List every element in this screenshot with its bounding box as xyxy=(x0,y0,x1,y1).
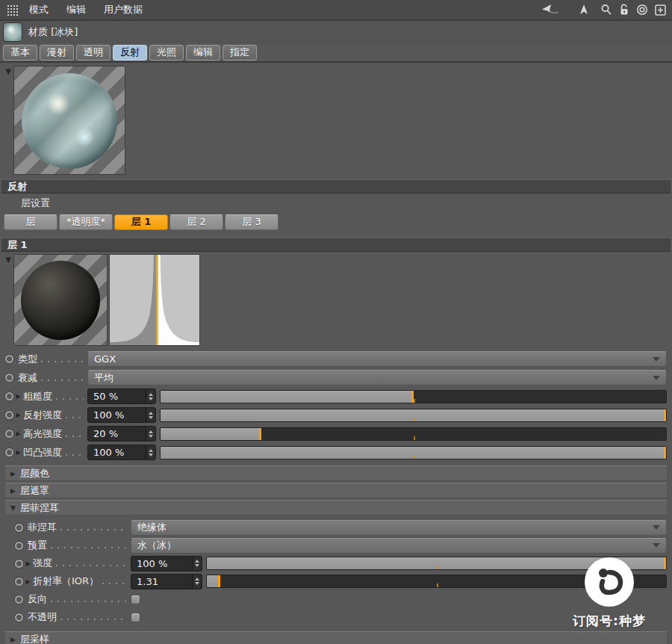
anim-dot-icon[interactable] xyxy=(5,448,13,456)
collapse-arrow-icon[interactable]: ▼ xyxy=(3,66,13,176)
dotted-leader xyxy=(66,417,84,418)
collapse-arrow-icon: ▼ xyxy=(10,504,16,512)
specular-strength-input[interactable]: 20 % xyxy=(87,426,156,442)
reflection-strength-input[interactable]: 100 % xyxy=(87,407,156,423)
button-transparency[interactable]: *透明度* xyxy=(59,214,113,230)
chevron-down-icon xyxy=(653,525,660,530)
expand-arrow-icon[interactable]: ▶ xyxy=(23,560,33,567)
stepper-icon[interactable] xyxy=(146,427,155,441)
param-row-reflection-strength: ▶ 反射强度 100 % xyxy=(3,406,667,424)
anim-dot-icon[interactable] xyxy=(15,578,23,586)
expand-arrow-icon: ▶ xyxy=(10,487,16,495)
param-label: 类型 xyxy=(18,353,37,366)
anim-dot-icon[interactable] xyxy=(15,542,23,550)
dotted-leader xyxy=(56,398,84,400)
anim-dot-icon[interactable] xyxy=(15,595,23,604)
anim-dot-icon[interactable] xyxy=(15,613,23,622)
roughness-slider[interactable] xyxy=(160,390,667,403)
anim-dot-icon[interactable] xyxy=(15,524,23,532)
param-row-roughness: ▶ 粗糙度 50 % xyxy=(3,387,667,406)
param-row-attenuation: 衰减 平均 xyxy=(3,368,667,387)
menu-mode[interactable]: 模式 xyxy=(29,3,49,16)
material-title-row: 材质 [冰块] xyxy=(0,21,672,43)
material-preview-image[interactable] xyxy=(13,66,125,175)
section-layer-color[interactable]: ▶ 层颜色 xyxy=(4,465,668,481)
reflection-strength-slider[interactable] xyxy=(160,409,667,422)
tab-reflectance[interactable]: 反射 xyxy=(113,45,147,61)
expand-arrow-icon[interactable]: ▶ xyxy=(13,393,23,400)
dotted-leader xyxy=(60,619,127,620)
stepper-icon[interactable] xyxy=(146,445,155,459)
lock-icon[interactable] xyxy=(619,4,629,16)
strength-input[interactable]: 100 % xyxy=(131,556,202,572)
bump-strength-input[interactable]: 100 % xyxy=(87,445,156,460)
button-layer-3[interactable]: 层 3 xyxy=(225,214,279,230)
stepper-icon[interactable] xyxy=(146,389,155,403)
stepper-icon[interactable] xyxy=(192,575,202,589)
collapse-arrow-icon[interactable]: ▼ xyxy=(3,254,13,348)
channel-tabs: 基本 漫射 透明 反射 光照 编辑 指定 xyxy=(0,43,672,63)
ior-input[interactable]: 1.31 xyxy=(131,574,202,589)
distribution-curve-preview[interactable] xyxy=(109,254,200,346)
stepper-icon[interactable] xyxy=(192,557,202,571)
param-row-fresnel: 菲涅耳 绝缘体 xyxy=(3,518,667,536)
tab-editor[interactable]: 编辑 xyxy=(186,45,220,61)
default-tick xyxy=(414,436,415,440)
material-thumbnail[interactable] xyxy=(3,22,22,42)
type-dropdown[interactable]: GGX xyxy=(87,351,667,367)
default-tick xyxy=(414,418,415,421)
stepper-icon[interactable] xyxy=(146,408,155,422)
default-tick xyxy=(414,399,415,403)
button-layers[interactable]: 层 xyxy=(4,214,57,230)
fresnel-dropdown[interactable]: 绝缘体 xyxy=(131,520,667,536)
button-layer-2[interactable]: 层 2 xyxy=(169,214,223,230)
section-layer-fresnel[interactable]: ▼ 层菲涅耳 xyxy=(4,500,668,515)
target-icon[interactable] xyxy=(636,4,648,16)
expand-arrow-icon[interactable]: ▶ xyxy=(13,430,23,437)
layer-preview-area: ▼ xyxy=(0,252,672,348)
rough-sphere xyxy=(21,261,100,340)
anim-dot-icon[interactable] xyxy=(5,392,13,400)
roughness-input[interactable]: 50 % xyxy=(87,388,156,404)
anim-dot-icon[interactable] xyxy=(5,411,13,419)
material-editor-window: 模式 编辑 用户数据 材质 [冰块] xyxy=(0,0,672,644)
button-layer-1[interactable]: 层 1 xyxy=(114,214,168,230)
attenuation-dropdown[interactable]: 平均 xyxy=(87,370,667,386)
tab-transparency[interactable]: 透明 xyxy=(76,45,111,61)
reflectance-header: 反射 xyxy=(1,179,671,193)
menubar: 模式 编辑 用户数据 xyxy=(0,0,672,21)
tab-diffuse[interactable]: 漫射 xyxy=(40,45,74,61)
anim-dot-icon[interactable] xyxy=(15,560,23,568)
tab-illumination[interactable]: 光照 xyxy=(149,45,184,61)
inverted-checkbox[interactable] xyxy=(131,595,140,604)
history-back-icon[interactable] xyxy=(541,4,560,16)
add-panel-icon[interactable] xyxy=(655,4,666,16)
panel-menu-icon[interactable] xyxy=(6,4,19,16)
anim-dot-icon[interactable] xyxy=(5,355,13,363)
layer-sphere-preview[interactable] xyxy=(13,254,108,346)
chevron-down-icon xyxy=(653,543,660,548)
material-preview-area: ▼ xyxy=(0,63,672,176)
expand-arrow-icon[interactable]: ▶ xyxy=(13,412,23,418)
section-layer-sampling[interactable]: ▶ 层采样 xyxy=(4,631,668,644)
param-row-type: 类型 GGX xyxy=(3,350,667,368)
tab-assign[interactable]: 指定 xyxy=(223,45,257,61)
tab-basic[interactable]: 基本 xyxy=(3,45,37,61)
expand-arrow-icon[interactable]: ▶ xyxy=(23,578,33,585)
opaque-checkbox[interactable] xyxy=(131,613,140,622)
preset-dropdown[interactable]: 水（冰） xyxy=(131,538,667,554)
dotted-leader xyxy=(41,361,84,362)
param-row-preset: 预置 水（冰） xyxy=(3,536,667,554)
layer-buttons-row: 层 *透明度* 层 1 层 2 层 3 xyxy=(0,213,672,231)
anim-dot-icon[interactable] xyxy=(5,430,13,438)
menu-user-data[interactable]: 用户数据 xyxy=(104,3,143,16)
dotted-leader xyxy=(41,380,84,381)
search-icon[interactable] xyxy=(600,4,612,16)
section-layer-mask[interactable]: ▶ 层遮罩 xyxy=(4,483,668,498)
expand-arrow-icon[interactable]: ▶ xyxy=(13,449,23,456)
specular-strength-slider[interactable] xyxy=(160,427,667,441)
bump-strength-slider[interactable] xyxy=(160,446,667,459)
history-up-icon[interactable] xyxy=(579,4,589,16)
menu-edit[interactable]: 编辑 xyxy=(66,3,86,16)
anim-dot-icon[interactable] xyxy=(5,374,13,382)
